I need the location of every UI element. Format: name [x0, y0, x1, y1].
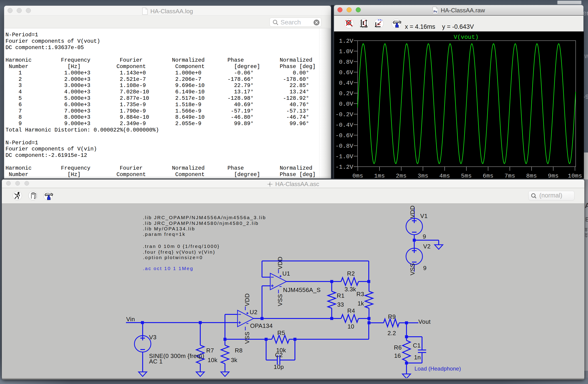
svg-text:-0.6V: -0.6V: [335, 132, 353, 139]
svg-text:-0.8V: -0.8V: [335, 143, 353, 150]
svg-text:1n: 1n: [414, 354, 421, 361]
svg-text:U1: U1: [282, 270, 290, 277]
svg-text:Load (Headphone): Load (Headphone): [415, 365, 461, 372]
svg-text:VDD: VDD: [277, 257, 283, 269]
svg-text:7ms: 7ms: [504, 173, 515, 178]
svg-text:3.3k: 3.3k: [345, 286, 356, 293]
svg-text:R5: R5: [277, 329, 285, 336]
svg-text:NJM4556A_S: NJM4556A_S: [283, 287, 320, 293]
svg-text:6ms: 6ms: [483, 173, 494, 178]
svg-text:V2: V2: [423, 243, 431, 250]
svg-text:0.4V: 0.4V: [339, 80, 354, 87]
svg-text:0ms: 0ms: [353, 173, 363, 178]
svg-text:16: 16: [394, 352, 401, 359]
svg-text:V(vout): V(vout): [454, 34, 479, 41]
svg-text:4ms: 4ms: [440, 173, 450, 178]
svg-text:VSS: VSS: [244, 332, 251, 344]
svg-text:V3: V3: [149, 334, 157, 341]
svg-text:1k: 1k: [357, 300, 364, 307]
svg-text:R8: R8: [235, 347, 243, 354]
svg-text:9: 9: [423, 265, 427, 271]
svg-text:C1: C1: [413, 342, 421, 349]
svg-text:R3: R3: [357, 291, 364, 297]
svg-text:R9: R9: [388, 313, 396, 320]
svg-text:V1: V1: [420, 212, 428, 219]
svg-text:-0.4V: -0.4V: [335, 122, 353, 129]
svg-text:0.0V: 0.0V: [339, 101, 354, 108]
svg-text:.option plotwinsize=0: .option plotwinsize=0: [143, 255, 203, 260]
svg-text:33: 33: [337, 301, 344, 308]
svg-text:9ms: 9ms: [548, 173, 559, 178]
svg-text:.four {freq} v(Vout) v(Vin): .four {freq} v(Vout) v(Vin): [143, 249, 215, 254]
svg-text:10k: 10k: [208, 357, 218, 364]
svg-text:10ms: 10ms: [568, 173, 582, 178]
svg-text:R4: R4: [347, 307, 355, 314]
svg-text:1.0V: 1.0V: [339, 48, 354, 55]
svg-text:5ms: 5ms: [461, 173, 472, 178]
svg-text:-1.0V: -1.0V: [335, 153, 353, 160]
svg-text:0.2V: 0.2V: [339, 90, 354, 97]
svg-text:0.6V: 0.6V: [339, 69, 354, 76]
svg-text:8ms: 8ms: [526, 173, 537, 178]
svg-text:Ps: Ps: [433, 10, 437, 13]
svg-text:VDD: VDD: [409, 206, 416, 218]
svg-text:U2: U2: [250, 309, 257, 315]
svg-text:R7: R7: [206, 347, 214, 354]
svg-text:VDD: VDD: [244, 293, 251, 306]
svg-text:R2: R2: [347, 270, 355, 277]
svg-text:OPA134: OPA134: [250, 322, 273, 329]
svg-text:AC 1: AC 1: [149, 358, 163, 365]
svg-text:3k: 3k: [231, 357, 237, 364]
svg-text:R6: R6: [394, 344, 402, 351]
svg-text:VSS: VSS: [277, 294, 283, 306]
svg-text:1.2V: 1.2V: [339, 38, 354, 44]
svg-text:VSS: VSS: [409, 263, 416, 275]
svg-text:R1: R1: [337, 292, 345, 299]
svg-text:.tran 0 10m 0 {1/freq/1000}: .tran 0 10m 0 {1/freq/1000}: [143, 244, 220, 249]
svg-text:1ms: 1ms: [374, 173, 385, 178]
svg-text:.param freq=1k: .param freq=1k: [143, 231, 186, 237]
svg-text:0.8V: 0.8V: [339, 59, 354, 66]
svg-text:3ms: 3ms: [418, 173, 428, 178]
svg-text:.lib My/OPA134.lib: .lib My/OPA134.lib: [143, 226, 195, 231]
svg-text:9: 9: [423, 233, 426, 240]
svg-text:10: 10: [348, 323, 354, 330]
svg-text:2.2: 2.2: [387, 330, 396, 337]
svg-text:Vout: Vout: [418, 318, 431, 325]
svg-text:-0.2V: -0.2V: [335, 111, 353, 118]
svg-text:.lib JRC_OPAMP/NJM4580/njm4580: .lib JRC_OPAMP/NJM4580/njm4580_2.lib: [143, 221, 259, 226]
svg-text:.ac oct 10 1 1Meg: .ac oct 10 1 1Meg: [143, 266, 193, 271]
svg-text:Vin: Vin: [126, 316, 135, 323]
svg-text:2ms: 2ms: [396, 173, 407, 178]
svg-text:C2: C2: [275, 352, 283, 358]
svg-text:10p: 10p: [274, 364, 284, 370]
svg-text:-1.2V: -1.2V: [335, 164, 353, 171]
svg-text:.lib JRC_OPAMP/NJM4556A/njm455: .lib JRC_OPAMP/NJM4556A/njm4556a_3.lib: [143, 215, 266, 220]
